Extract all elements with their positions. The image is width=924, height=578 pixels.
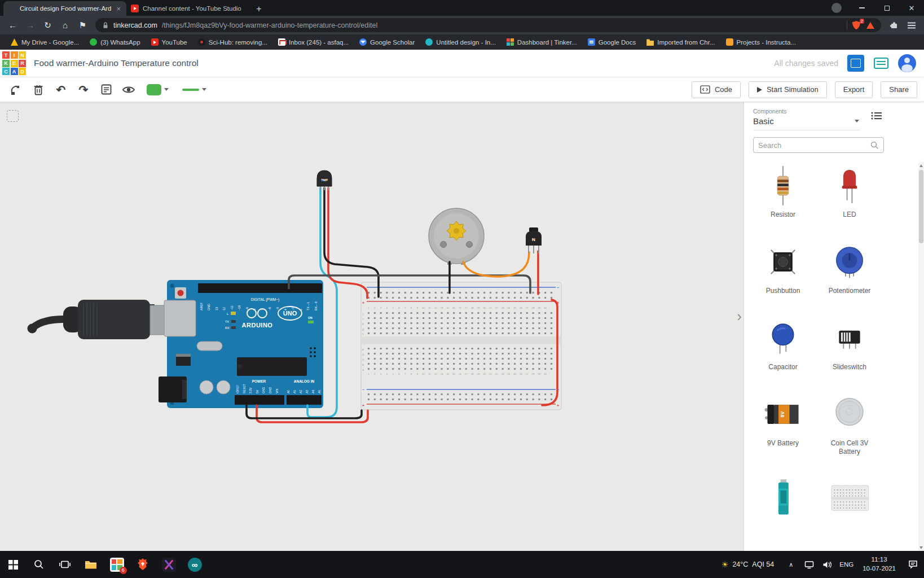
window-close-button[interactable]: ✕	[899, 0, 924, 16]
browser-profile-button[interactable]	[831, 3, 842, 13]
reset-button[interactable]	[178, 290, 184, 296]
component-slideswitch[interactable]: Slideswitch	[816, 316, 883, 371]
home-button[interactable]: ⌂	[57, 17, 73, 33]
url-bar[interactable]: tinkercad.com /things/fJm8qaz9bVy-food-w…	[95, 18, 881, 32]
usb-cable[interactable]	[28, 300, 170, 339]
list-view-icon[interactable]	[871, 111, 882, 122]
delete-tool-icon[interactable]	[29, 81, 47, 98]
brave-taskbar-icon[interactable]	[130, 551, 156, 578]
rotate-tool-icon[interactable]	[7, 81, 25, 98]
panel-collapse-chevron[interactable]: ›	[737, 309, 742, 323]
scrollbar-thumb[interactable]	[919, 170, 923, 243]
brave-rewards-icon[interactable]	[866, 22, 874, 29]
undo-icon[interactable]: ↶	[52, 81, 70, 98]
bookmark-page-icon[interactable]: ⚑	[74, 17, 91, 33]
arduino-uno[interactable]: UNO ARDUINO DIGITAL (PWM~) POWER ANALOG …	[159, 280, 323, 408]
color-swatch[interactable]	[147, 84, 161, 95]
bookmark-whatsapp[interactable]: (3) WhatsApp	[85, 37, 145, 47]
redo-icon[interactable]: ↷	[74, 81, 93, 98]
file-explorer-icon[interactable]	[78, 551, 104, 578]
bookmark-canva[interactable]: Untitled design - In...	[420, 37, 500, 47]
components-dropdown[interactable]: Basic	[753, 115, 860, 130]
scroll-up-arrow[interactable]	[918, 162, 924, 169]
bookmark-scihub[interactable]: Sci-Hub: removing...	[193, 37, 272, 47]
chevron-down-icon[interactable]	[164, 88, 169, 91]
action-center-icon[interactable]	[901, 551, 924, 578]
bookmark-instructables[interactable]: Projects - Instructa...	[721, 37, 801, 47]
component-capacitor[interactable]: Capacitor	[750, 316, 816, 371]
bookmark-drive[interactable]: My Drive - Google...	[6, 37, 84, 47]
chevron-down-icon[interactable]	[202, 88, 206, 91]
design-title[interactable]: Food warmer-Arduino Temperature control	[34, 58, 199, 68]
transistor[interactable]: N	[526, 227, 542, 253]
dc-motor[interactable]	[429, 208, 484, 265]
annotation-tool-icon[interactable]	[97, 81, 115, 98]
forward-button[interactable]: →	[22, 17, 38, 33]
arduino-taskbar-icon[interactable]: ∞	[182, 551, 208, 578]
app-icon-purple[interactable]	[156, 551, 182, 578]
component-search[interactable]	[753, 137, 884, 153]
bookmark-imported[interactable]: Imported from Chr...	[641, 37, 720, 47]
window-maximize-button[interactable]	[874, 0, 899, 16]
wire-color-swatch[interactable]	[182, 89, 199, 91]
component-coin-cell[interactable]: Coin Cell 3V Battery	[816, 392, 883, 456]
brave-shield-icon[interactable]: 2	[852, 20, 862, 30]
search-input[interactable]	[758, 141, 870, 150]
component-led[interactable]: LED	[816, 163, 883, 219]
scroll-down-arrow[interactable]	[918, 544, 924, 551]
tmp-sensor[interactable]: TMP	[317, 170, 332, 190]
wire-red-tmp[interactable]	[328, 188, 367, 298]
instructables-icon	[726, 38, 733, 46]
new-tab-button[interactable]: +	[252, 2, 266, 16]
display-tray-icon[interactable]	[800, 551, 818, 578]
component-color-picker[interactable]	[142, 84, 173, 95]
power-header[interactable]	[235, 395, 284, 405]
tab-circuit-design[interactable]: Circuit design Food warmer-Ardu ×	[3, 1, 126, 16]
taskbar-search-icon[interactable]	[26, 551, 52, 578]
tab-youtube-studio[interactable]: Channel content - YouTube Studio	[126, 1, 249, 16]
svg-text:12: 12	[434, 373, 437, 375]
tinkercad-logo[interactable]: TIN KER CAD	[2, 51, 26, 75]
reload-button[interactable]: ↻	[39, 17, 56, 33]
digital-header[interactable]	[198, 283, 322, 293]
task-view-icon[interactable]	[52, 551, 78, 578]
weather-widget[interactable]: ☀ 24°C AQI 54	[714, 551, 782, 578]
component-resistor[interactable]: Resistor	[750, 163, 816, 219]
bookmark-scholar[interactable]: Google Scholar	[354, 37, 420, 47]
share-button[interactable]: Share	[881, 81, 917, 98]
tinkercad-taskbar-icon[interactable]: 6	[104, 551, 130, 578]
bookmark-youtube[interactable]: YouTube	[146, 37, 192, 47]
window-minimize-button[interactable]	[850, 0, 874, 16]
bookmark-tinkercad-dashboard[interactable]: Dashboard | Tinker...	[501, 37, 582, 47]
component-partial-breadboard[interactable]	[816, 476, 883, 522]
bookmark-inbox[interactable]: Inbox (245) - asfaq...	[273, 37, 354, 47]
component-partial-battery[interactable]	[750, 476, 816, 522]
extensions-icon[interactable]	[886, 17, 902, 33]
volume-tray-icon[interactable]	[818, 551, 836, 578]
component-potentiometer[interactable]: Potentiometer	[816, 239, 883, 295]
taskbar-clock[interactable]: 11:13 10-07-2021	[857, 555, 901, 573]
export-button[interactable]: Export	[835, 81, 873, 98]
panel-scrollbar[interactable]	[918, 162, 924, 551]
analog-header[interactable]	[287, 395, 322, 405]
list-view-toggle[interactable]	[873, 56, 889, 71]
start-simulation-button[interactable]: Start Simulation	[749, 81, 827, 98]
user-avatar[interactable]	[898, 54, 916, 72]
component-pushbutton[interactable]: Pushbutton	[750, 239, 816, 295]
breadboard[interactable]: − + − + − + − + 123456789101112131415161…	[361, 282, 561, 410]
bookmark-docs[interactable]: Google Docs	[583, 37, 641, 47]
wire-color-picker[interactable]	[178, 88, 211, 91]
zoom-to-fit-icon[interactable]	[7, 110, 19, 122]
circuit-canvas[interactable]: − + − + − + − + 123456789101112131415161…	[0, 102, 743, 551]
component-9v-battery[interactable]: 9V 9V Battery	[750, 392, 816, 456]
language-indicator[interactable]: ENG	[836, 561, 857, 568]
code-button[interactable]: Code	[692, 81, 741, 98]
component-grid: Resistor LED	[744, 163, 924, 522]
circuit-view-toggle[interactable]	[847, 55, 864, 72]
back-button[interactable]: ←	[5, 17, 21, 33]
browser-menu-icon[interactable]	[903, 17, 919, 33]
tray-expand-chevron[interactable]: ∧	[782, 551, 800, 578]
tab-close-icon[interactable]: ×	[115, 5, 122, 13]
visibility-icon[interactable]	[120, 81, 138, 98]
start-button[interactable]	[0, 551, 26, 578]
